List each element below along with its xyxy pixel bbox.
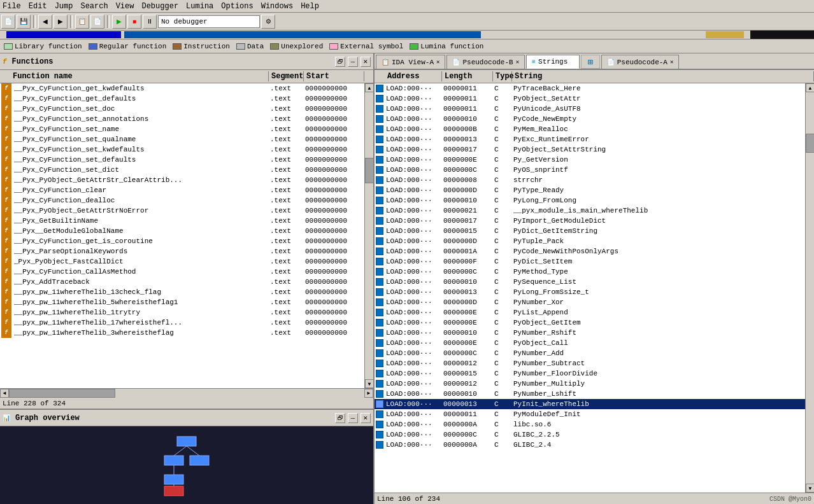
functions-table-row[interactable]: f __Pyx_CyFunction_set_defaults .text 00… [0, 155, 364, 165]
strings-table-row[interactable]: LOAD:000··· 00000011 C PyObject_SetAttr [375, 94, 805, 104]
functions-table-row[interactable]: f __Pyx_CyFunction_set_name .text 000000… [0, 124, 364, 134]
strings-table-row[interactable]: LOAD:000··· 0000000C C PyNumber_Add [375, 348, 805, 358]
menu-lumina[interactable]: Lumina [186, 2, 213, 11]
menu-windows[interactable]: Windows [261, 2, 293, 11]
functions-horiz-scroll[interactable]: ◀ ▶ [0, 388, 373, 397]
strings-table-row[interactable]: LOAD:000··· 00000010 C PyLong_FromLong [375, 195, 805, 206]
menu-options[interactable]: Options [221, 2, 253, 11]
strings-table-row[interactable]: LOAD:000··· 00000011 C PyTraceBack_Here [375, 83, 805, 94]
tab-pseudocode-a[interactable]: 📄 Pseudocode-A ✕ [601, 55, 680, 69]
strings-table-row[interactable]: LOAD:000··· 00000017 C PyImport_GetModul… [375, 216, 805, 226]
menu-help[interactable]: Help [301, 2, 319, 11]
strings-table-row[interactable]: LOAD:000··· 0000000C C PyOS_snprintf [375, 165, 805, 175]
paste-button[interactable]: 📄 [90, 15, 104, 29]
menu-jump[interactable]: Jump [55, 2, 73, 11]
strings-table-row[interactable]: LOAD:000··· 00000015 C PyDict_GetItemStr… [375, 226, 805, 236]
functions-table-row[interactable]: f __Pyx_AddTraceback .text 0000000000 [0, 277, 364, 287]
strings-table-row[interactable]: LOAD:000··· 00000010 C PyNumber_Lshift [375, 389, 805, 399]
forward-button[interactable]: ▶ [54, 15, 68, 29]
strings-table-row[interactable]: LOAD:000··· 00000013 C PyExc_RuntimeErro… [375, 134, 805, 144]
strings-table-row[interactable]: LOAD:000··· 00000012 C PyNumber_Subtract [375, 358, 805, 368]
strings-table-row[interactable]: LOAD:000··· 00000012 C PyNumber_Multiply [375, 379, 805, 389]
back-button[interactable]: ◀ [38, 15, 52, 29]
functions-table-row[interactable]: f __Pyx_CyFunction_get_kwdefaults .text … [0, 83, 364, 94]
strings-table-row[interactable]: LOAD:000··· 0000000F C PyDict_SetItem [375, 256, 805, 267]
functions-table-row[interactable]: f __Pyx_CyFunction_dealloc .text 0000000… [0, 195, 364, 206]
strings-table-row[interactable]: LOAD:000··· 0000000D C PyTuple_Pack [375, 236, 805, 246]
functions-table-row[interactable]: f __Pyx_CyFunction_get_is_coroutine .tex… [0, 236, 364, 246]
menu-search[interactable]: Search [80, 2, 108, 11]
strings-table-row[interactable]: LOAD:000··· 00000011 C PyModuleDef_Init [375, 409, 805, 419]
strings-table-row[interactable]: LOAD:000··· 00000013 C PyLong_FromSsize_… [375, 287, 805, 297]
strings-table-row[interactable]: LOAD:000··· 0000000E C PyObject_Call [375, 338, 805, 348]
strings-table-row[interactable]: LOAD:000··· 00000010 C PySequence_List [375, 277, 805, 287]
strings-table-row[interactable]: LOAD:000··· 0000001A C PyCode_NewWithPos… [375, 246, 805, 256]
strings-table-row[interactable]: LOAD:000··· 00000021 C __pyx_module_is_m… [375, 206, 805, 216]
new-button[interactable]: 📄 [1, 15, 15, 29]
strings-table-row[interactable]: LOAD:000··· 00000015 C PyNumber_FloorDiv… [375, 368, 805, 379]
debugger-settings[interactable]: ⚙ [261, 15, 275, 29]
functions-table-row[interactable]: f __Pyx_CyFunction_get_defaults .text 00… [0, 94, 364, 104]
functions-table-row[interactable]: f __Pyx__GetModuleGlobalName .text 00000… [0, 226, 364, 236]
strings-table-row[interactable]: LOAD:000··· 00000011 C PyUnicode_AsUTF8 [375, 104, 805, 114]
functions-table-row[interactable]: f __Pyx_CyFunction_set_qualname .text 00… [0, 134, 364, 144]
functions-table-row[interactable]: f __Pyx_GetBuiltinName .text 0000000000 [0, 216, 364, 226]
functions-table-row[interactable]: f __Pyx_CyFunction_set_annotations .text… [0, 114, 364, 124]
functions-table-row[interactable]: f __pyx_pw_11whereThelib_17whereisthefl.… [0, 318, 364, 328]
strings-table-row[interactable]: LOAD:000··· 0000000A C GLIBC_2.4 [375, 440, 805, 450]
tab-pseudocode-b[interactable]: 📄 Pseudocode-B ✕ [446, 55, 525, 69]
tab-ida-view-a[interactable]: 📋 IDA View-A ✕ [376, 55, 445, 69]
save-button[interactable]: 💾 [17, 15, 31, 29]
copy-button[interactable]: 📋 [75, 15, 89, 29]
menu-file[interactable]: File [3, 2, 21, 11]
strings-scrollbar[interactable]: ▲ ▼ [805, 83, 814, 493]
strings-table-row[interactable]: LOAD:000··· 0000000A C libc.so.6 [375, 419, 805, 430]
functions-table-row[interactable]: f __Pyx_PyObject_GetAttrStrNoError .text… [0, 206, 364, 216]
menu-edit[interactable]: Edit [29, 2, 47, 11]
functions-table-row[interactable]: f __pyx_pw_11whereThelib_3whereistheflag… [0, 328, 364, 338]
tab-ida-view-a-close[interactable]: ✕ [436, 59, 439, 66]
strings-table-row[interactable]: LOAD:000··· 00000017 C PyObject_SetAttrS… [375, 144, 805, 155]
menu-debugger[interactable]: Debugger [141, 2, 178, 11]
run-button[interactable]: ▶ [112, 15, 126, 29]
tab-strings[interactable]: ≡ Strings ✕ [526, 55, 580, 69]
functions-table-row[interactable]: f __Pyx_CyFunction_clear .text 000000000… [0, 185, 364, 195]
functions-table-row[interactable]: f __Pyx_CyFunction_set_dict .text 000000… [0, 165, 364, 175]
debugger-dropdown[interactable]: No debugger [158, 15, 260, 28]
stop-button[interactable]: ■ [127, 15, 141, 29]
strings-table-row[interactable]: LOAD:000··· 0000000C C PyMethod_Type [375, 267, 805, 277]
strings-table-row[interactable]: LOAD:000··· 00000013 C PyInit_whereTheli… [375, 399, 805, 409]
functions-table-row[interactable]: f _Pyx_PyObject_FastCallDict .text 00000… [0, 256, 364, 267]
strings-table-row[interactable]: LOAD:000··· 0000000C C GLIBC_2.2.5 [375, 430, 805, 440]
graph-restore-btn[interactable]: 🗗 [335, 413, 345, 423]
functions-table-row[interactable]: f __Pyx_CyFunction_set_kwdefaults .text … [0, 144, 364, 155]
functions-table-row[interactable]: f __pyx_pw_11whereThelib_1trytry .text 0… [0, 307, 364, 318]
functions-close-btn[interactable]: ✕ [361, 57, 371, 67]
functions-scrollbar[interactable]: ▲ ▼ [364, 83, 373, 388]
functions-table-row[interactable]: f __pyx_pw_11whereThelib_5whereistheflag… [0, 297, 364, 307]
strings-table-row[interactable]: LOAD:000··· 0000000E C PyList_Append [375, 307, 805, 318]
pause-button[interactable]: ⏸ [143, 15, 157, 29]
string-value: PyNumber_Lshift [512, 390, 805, 398]
strings-table-row[interactable]: LOAD:000··· 0000000E C PyObject_GetItem [375, 318, 805, 328]
menu-view[interactable]: View [116, 2, 134, 11]
functions-table-row[interactable]: f __Pyx_CyFunction_set_doc .text 0000000… [0, 104, 364, 114]
tab-pseudocode-a-close[interactable]: ✕ [670, 59, 673, 66]
strings-table-row[interactable]: LOAD:000··· 00000010 C PyNumber_Rshift [375, 328, 805, 338]
tab-pseudocode-b-close[interactable]: ✕ [516, 59, 519, 66]
functions-table-row[interactable]: f __Pyx_ParseOptionalKeywords .text 0000… [0, 246, 364, 256]
strings-table-row[interactable]: LOAD:000··· 00000010 C PyCode_NewEmpty [375, 114, 805, 124]
string-length: 00000015 [442, 370, 493, 377]
strings-table-row[interactable]: LOAD:000··· 0000000B C PyMem_Realloc [375, 124, 805, 134]
strings-table-row[interactable]: LOAD:000··· 0000000E C Py_GetVersion [375, 155, 805, 165]
functions-table-row[interactable]: f __Pyx_PyObject_GetAttrStr_ClearAttrib.… [0, 175, 364, 185]
strings-table-row[interactable]: LOAD:000··· 0000000D C PyNumber_Xor [375, 297, 805, 307]
strings-table-row[interactable]: LOAD:000··· 00000008 C strrchr [375, 175, 805, 185]
functions-restore-btn[interactable]: 🗗 [335, 57, 345, 67]
graph-min-btn[interactable]: ─ [348, 413, 358, 423]
functions-table-row[interactable]: f __pyx_pw_11whereThelib_13check_flag .t… [0, 287, 364, 297]
graph-close-btn[interactable]: ✕ [361, 413, 371, 423]
functions-table-row[interactable]: f __Pyx_CyFunction_CallAsMethod .text 00… [0, 267, 364, 277]
strings-table-row[interactable]: LOAD:000··· 0000000D C PyType_Ready [375, 185, 805, 195]
functions-min-btn[interactable]: ─ [348, 57, 358, 67]
